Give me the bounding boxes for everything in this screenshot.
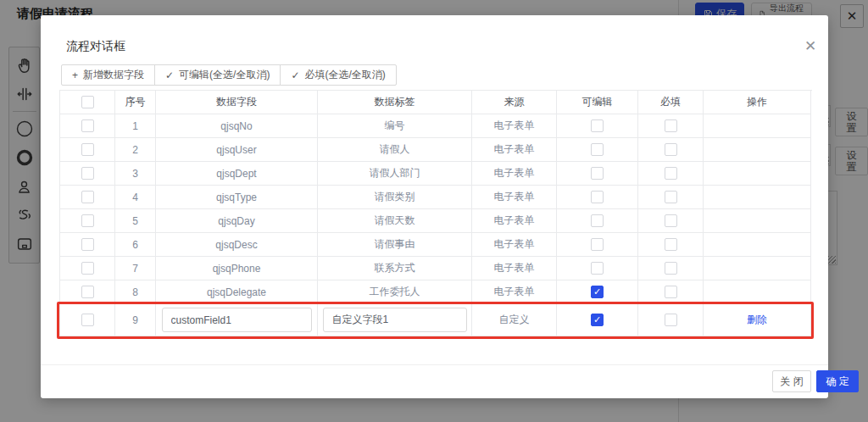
footer-divider: [41, 364, 828, 365]
table-row: ✓ 3 qjsqDept 请假人部门 电子表单 ✓ ✓: [60, 162, 811, 186]
required-checkbox[interactable]: ✓: [665, 286, 677, 298]
field-source: 电子表单: [472, 209, 557, 233]
table-row: ✓ 2 qjsqUser 请假人 电子表单 ✓ ✓: [60, 138, 811, 162]
table-row: ✓ 1 qjsqNo 编号 电子表单 ✓ ✓: [60, 114, 811, 138]
required-checkbox[interactable]: ✓: [665, 167, 677, 180]
field-name: qjsqUser: [156, 138, 318, 162]
row-select-checkbox[interactable]: ✓: [81, 191, 94, 203]
required-checkbox[interactable]: ✓: [665, 119, 677, 132]
process-dialog: 流程对话框 ✕ + 新增数据字段 ✓ 可编辑(全选/全取消) ✓ 必填(全选/全…: [41, 15, 828, 398]
editable-checkbox[interactable]: ✓: [591, 286, 604, 298]
row-number: 9: [115, 304, 156, 336]
required-checkbox[interactable]: ✓: [665, 314, 677, 326]
dialog-title: 流程对话框: [66, 39, 125, 54]
field-label: 编号: [318, 114, 472, 138]
row-select-checkbox[interactable]: ✓: [81, 314, 94, 326]
field-label: 工作委托人: [318, 280, 472, 304]
row-select-checkbox[interactable]: ✓: [81, 167, 94, 180]
action-cell: [704, 186, 811, 209]
header-no: 序号: [115, 91, 156, 114]
row-select-checkbox[interactable]: ✓: [81, 214, 94, 227]
field-source: 电子表单: [472, 114, 557, 138]
row-select-checkbox[interactable]: ✓: [81, 286, 94, 298]
action-cell: [704, 114, 811, 138]
row-select-checkbox[interactable]: ✓: [81, 119, 94, 132]
field-name: qjsqDesc: [156, 233, 318, 257]
dialog-toolbar: + 新增数据字段 ✓ 可编辑(全选/全取消) ✓ 必填(全选/全取消): [61, 64, 397, 86]
action-cell: [704, 162, 811, 186]
header-editable: 可编辑: [557, 91, 638, 114]
header-field: 数据字段: [156, 91, 318, 114]
required-checkbox[interactable]: ✓: [665, 191, 677, 203]
header-required: 必填: [638, 91, 704, 114]
editable-checkbox[interactable]: ✓: [591, 143, 604, 156]
field-name: qjsqNo: [156, 114, 318, 138]
editable-checkbox[interactable]: ✓: [591, 238, 604, 251]
editable-checkbox[interactable]: ✓: [591, 119, 604, 132]
field-name: qjsqType: [156, 186, 318, 209]
field-source: 电子表单: [472, 233, 557, 257]
select-all-checkbox[interactable]: ✓: [81, 96, 94, 108]
delete-link[interactable]: 删除: [747, 313, 767, 327]
row-number: 6: [115, 233, 156, 257]
editable-checkbox[interactable]: ✓: [591, 314, 604, 326]
row-number: 3: [115, 162, 156, 186]
editable-checkbox[interactable]: ✓: [591, 167, 604, 180]
table-row: ✓ 6 qjsqDesc 请假事由 电子表单 ✓ ✓: [60, 233, 811, 257]
check-icon: ✓: [165, 69, 174, 81]
close-button[interactable]: 关 闭: [772, 370, 811, 392]
required-checkbox[interactable]: ✓: [665, 214, 677, 227]
confirm-button[interactable]: 确 定: [816, 370, 859, 392]
table-row: ✓ 5 qjsqDay 请假天数 电子表单 ✓ ✓: [60, 209, 811, 233]
field-label: 请假天数: [318, 209, 472, 233]
field-label: 请假事由: [318, 233, 472, 257]
action-cell: [704, 257, 811, 280]
editable-toggle-all-button[interactable]: ✓ 可编辑(全选/全取消): [154, 64, 281, 86]
row-select-checkbox[interactable]: ✓: [81, 238, 94, 251]
field-source: 电子表单: [472, 162, 557, 186]
field-label: 请假人部门: [318, 162, 472, 186]
row-number: 8: [115, 280, 156, 304]
editable-checkbox[interactable]: ✓: [591, 191, 604, 203]
data-field-table: ✓ 序号 数据字段 数据标签 来源 可编辑 必填 操作 ✓ 1 qjsqNo 编…: [59, 90, 812, 336]
table-row-custom: ✓ 9 自定义 ✓ ✓ 删除: [60, 304, 811, 336]
table-header-row: ✓ 序号 数据字段 数据标签 来源 可编辑 必填 操作: [60, 91, 811, 114]
action-cell: [704, 209, 811, 233]
editable-checkbox[interactable]: ✓: [591, 262, 604, 275]
row-number: 4: [115, 186, 156, 209]
field-label: 请假人: [318, 138, 472, 162]
table-row: ✓ 7 qjsqPhone 联系方式 电子表单 ✓ ✓: [60, 257, 811, 280]
required-checkbox[interactable]: ✓: [665, 143, 677, 156]
app-stage: 设置 设置 请假申请流程 保存 导出流程文件 ✕: [0, 0, 868, 422]
action-cell: [704, 233, 811, 257]
table-row: ✓ 4 qjsqType 请假类别 电子表单 ✓ ✓: [60, 186, 811, 209]
editable-checkbox[interactable]: ✓: [591, 214, 604, 227]
field-source: 电子表单: [472, 138, 557, 162]
field-source: 电子表单: [472, 186, 557, 209]
field-source: 电子表单: [472, 280, 557, 304]
field-label: 请假类别: [318, 186, 472, 209]
row-select-checkbox[interactable]: ✓: [81, 143, 94, 156]
required-checkbox[interactable]: ✓: [665, 262, 677, 275]
dialog-close-button[interactable]: ✕: [800, 36, 821, 56]
field-label: 联系方式: [318, 257, 472, 280]
header-label: 数据标签: [318, 91, 472, 114]
header-source: 来源: [472, 91, 557, 114]
row-number: 2: [115, 138, 156, 162]
plus-icon: +: [72, 69, 78, 81]
table-row: ✓ 8 qjsqDelegate 工作委托人 电子表单 ✓ ✓: [60, 280, 811, 304]
row-select-checkbox[interactable]: ✓: [81, 262, 94, 275]
row-number: 1: [115, 114, 156, 138]
add-field-button[interactable]: + 新增数据字段: [61, 64, 155, 86]
custom-field-label-input[interactable]: [323, 308, 467, 332]
header-action: 操作: [704, 91, 811, 114]
field-name: qjsqPhone: [156, 257, 318, 280]
required-toggle-all-button[interactable]: ✓ 必填(全选/全取消): [280, 64, 396, 86]
custom-field-name-input[interactable]: [162, 308, 312, 332]
field-name: qjsqDelegate: [156, 280, 318, 304]
required-checkbox[interactable]: ✓: [665, 238, 677, 251]
close-icon: ✕: [804, 37, 816, 55]
row-number: 7: [115, 257, 156, 280]
field-name: qjsqDept: [156, 162, 318, 186]
action-cell: [704, 138, 811, 162]
